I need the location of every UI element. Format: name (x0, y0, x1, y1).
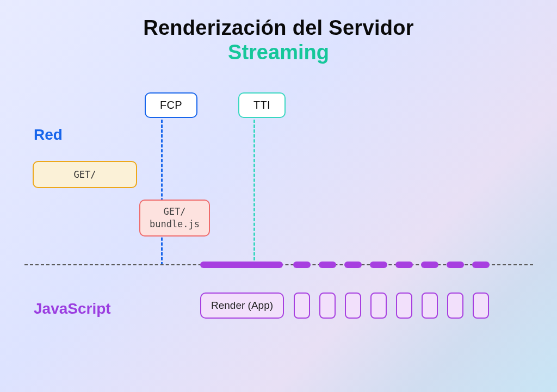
stream-chunk (345, 293, 361, 319)
render-span-bar (200, 262, 283, 268)
stream-chunk-bar (395, 262, 413, 268)
stream-chunk-bar (447, 262, 464, 268)
get-bundle-line2: bundle.js (150, 218, 200, 231)
stream-chunk-bar (472, 262, 490, 268)
stream-chunk (447, 293, 463, 319)
javascript-section-label: JavaScript (34, 300, 111, 318)
stream-chunk-bar (319, 262, 336, 268)
stream-chunk (473, 293, 489, 319)
stream-chunk (422, 293, 438, 319)
stream-chunk-bar (293, 262, 311, 268)
tti-marker-line (253, 120, 255, 265)
render-app-box: Render (App) (200, 293, 284, 319)
network-get-bundle: GET/ bundle.js (139, 200, 210, 237)
get-bundle-line1: GET/ (164, 206, 186, 218)
page-title: Renderización del Servidor (0, 16, 557, 40)
stream-chunk-bar (421, 262, 438, 268)
network-get-root: GET/ (33, 161, 137, 188)
stream-chunk-bar (344, 262, 362, 268)
stream-chunk-bar (370, 262, 387, 268)
network-section-label: Red (34, 126, 63, 144)
fcp-badge: FCP (145, 92, 197, 118)
tti-badge: TTI (238, 92, 286, 118)
stream-chunk (396, 293, 412, 319)
stream-chunk (370, 293, 387, 319)
stream-chunk (319, 293, 336, 319)
stream-chunk (294, 293, 310, 319)
fcp-marker-line (161, 120, 163, 265)
page-subtitle: Streaming (0, 41, 557, 64)
